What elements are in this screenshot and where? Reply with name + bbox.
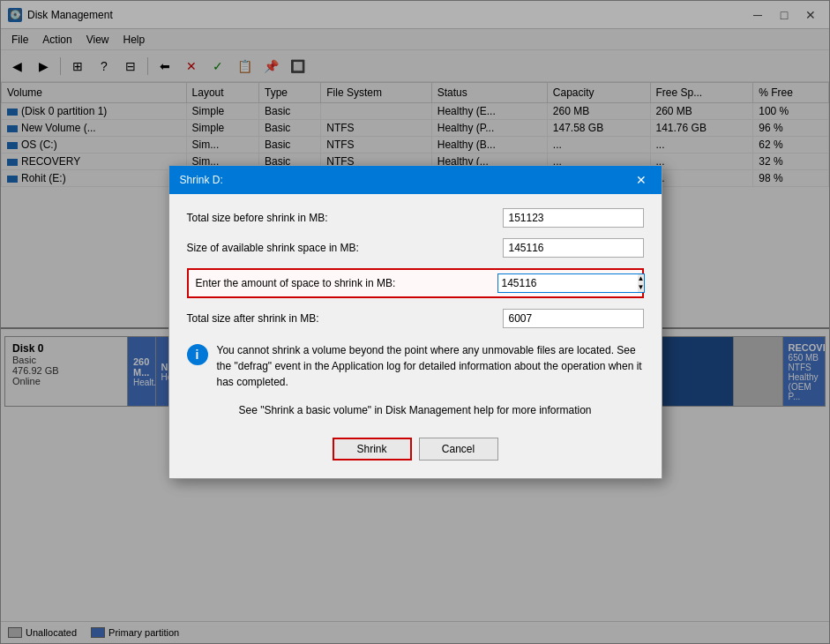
spinner-buttons: ▲ ▼ bbox=[638, 273, 646, 293]
field-total-before-label: Total size before shrink in MB: bbox=[187, 212, 503, 224]
shrink-button[interactable]: Shrink bbox=[333, 438, 412, 461]
cancel-button[interactable]: Cancel bbox=[419, 438, 498, 461]
modal-overlay: Shrink D: ✕ Total size before shrink in … bbox=[0, 0, 830, 644]
shrink-amount-spinner: ▲ ▼ bbox=[497, 273, 639, 293]
info-box: i You cannot shrink a volume beyond the … bbox=[187, 339, 644, 393]
dialog-buttons: Shrink Cancel bbox=[187, 431, 644, 464]
info-icon: i bbox=[187, 344, 208, 365]
spinner-up-button[interactable]: ▲ bbox=[638, 274, 645, 283]
spinner-down-button[interactable]: ▼ bbox=[638, 283, 645, 292]
field-shrink-amount-row: Enter the amount of space to shrink in M… bbox=[187, 268, 644, 298]
field-total-before-value: 151123 bbox=[503, 208, 644, 228]
dialog-close-button[interactable]: ✕ bbox=[632, 170, 651, 190]
shrink-amount-input[interactable] bbox=[497, 273, 638, 293]
field-total-after-label: Total size after shrink in MB: bbox=[187, 312, 503, 325]
field-avail-shrink: Size of available shrink space in MB: 14… bbox=[187, 238, 644, 258]
dialog-title-bar: Shrink D: ✕ bbox=[169, 166, 662, 194]
field-total-after-value: 6007 bbox=[503, 309, 644, 328]
info-text: You cannot shrink a volume beyond the po… bbox=[217, 342, 644, 390]
help-link: See "Shrink a basic volume" in Disk Mana… bbox=[187, 404, 644, 416]
dialog-body: Total size before shrink in MB: 151123 S… bbox=[169, 194, 662, 478]
shrink-dialog: Shrink D: ✕ Total size before shrink in … bbox=[168, 165, 662, 479]
field-avail-shrink-label: Size of available shrink space in MB: bbox=[187, 242, 503, 254]
field-shrink-amount-label: Enter the amount of space to shrink in M… bbox=[192, 277, 497, 289]
field-total-after: Total size after shrink in MB: 6007 bbox=[187, 309, 644, 328]
field-total-before: Total size before shrink in MB: 151123 bbox=[187, 208, 644, 228]
dialog-title: Shrink D: bbox=[180, 174, 632, 186]
field-avail-shrink-value: 145116 bbox=[503, 238, 644, 258]
